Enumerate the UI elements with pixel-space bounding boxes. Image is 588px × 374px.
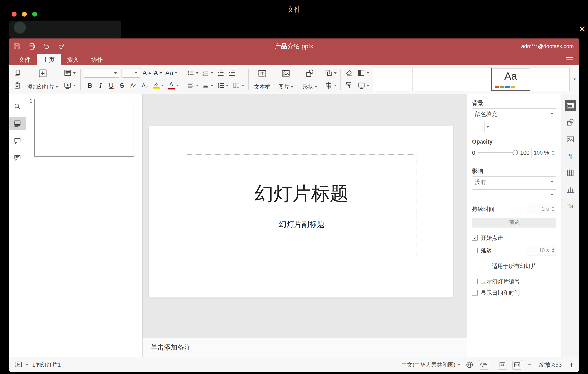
copy-style-button[interactable] [344, 80, 354, 90]
spin-up-icon[interactable] [552, 248, 555, 250]
notes-area[interactable]: 单击添加备注 [143, 338, 467, 357]
chart-settings-tab[interactable] [565, 184, 576, 195]
spin-up-icon[interactable] [552, 207, 555, 208]
effect-select[interactable]: 没有 [472, 176, 556, 187]
bullet-list-button[interactable] [186, 68, 200, 78]
decrease-font-button[interactable]: A [153, 68, 163, 78]
fullscreen-button[interactable] [32, 12, 37, 17]
undo-button[interactable] [42, 41, 51, 51]
tab-insert[interactable]: 插入 [61, 54, 85, 65]
language-selector[interactable]: 中文(中华人民共和国) [401, 361, 461, 368]
table-settings-tab[interactable] [565, 167, 576, 178]
insert-image-button[interactable]: 图片 [275, 67, 297, 92]
tab-collaboration[interactable]: 协作 [85, 54, 109, 65]
font-name-combobox[interactable] [84, 68, 119, 78]
shape-settings-tab[interactable] [565, 117, 576, 128]
fill-color-picker[interactable] [472, 122, 491, 132]
start-slideshow-status-button[interactable] [14, 361, 22, 369]
font-size-combobox[interactable] [122, 68, 140, 78]
spin-down-icon[interactable] [552, 154, 555, 155]
spin-down-icon[interactable] [552, 251, 555, 253]
insert-shape-button[interactable]: 形状 [299, 67, 321, 92]
spin-up-icon[interactable] [552, 151, 555, 152]
show-slide-number-checkbox[interactable] [472, 279, 478, 284]
zoom-out-button[interactable]: − [527, 360, 532, 369]
align-shapes-button[interactable] [324, 80, 338, 90]
minimize-button[interactable] [22, 12, 27, 17]
document-language-button[interactable] [466, 361, 474, 369]
slide-size-button[interactable] [356, 80, 370, 90]
zoom-in-button[interactable]: + [569, 360, 574, 369]
highlight-color-button[interactable] [151, 80, 165, 90]
superscript-button[interactable]: A² [128, 80, 138, 90]
slide-canvas[interactable]: 幻灯片标题 幻灯片副标题 [143, 94, 467, 338]
slides-panel-button[interactable] [9, 117, 26, 130]
insert-textbox-button[interactable]: 文本框 [252, 67, 273, 92]
fit-width-button[interactable] [513, 360, 522, 370]
duration-spinner[interactable]: 2 s [527, 204, 556, 214]
theme-gallery-expand-button[interactable] [571, 74, 579, 84]
search-panel-button[interactable] [9, 100, 26, 113]
close-overlay-button[interactable]: ✕ [577, 24, 588, 34]
title-placeholder[interactable]: 幻灯片标题 [187, 154, 416, 215]
slide[interactable]: 幻灯片标题 幻灯片副标题 [149, 126, 453, 297]
chat-panel-button[interactable] [9, 152, 26, 164]
theme-cell-5[interactable] [530, 68, 569, 91]
italic-button[interactable]: I [96, 80, 105, 90]
line-spacing-button[interactable] [215, 80, 230, 90]
start-on-click-row[interactable]: 开始点击 [472, 234, 556, 242]
hamburger-menu-button[interactable] [564, 54, 575, 65]
horizontal-align-button[interactable] [186, 80, 200, 90]
theme-cell-1[interactable] [373, 68, 413, 91]
show-date-time-row[interactable]: 显示日期和时间 [472, 289, 556, 297]
start-on-click-checkbox[interactable] [472, 235, 478, 241]
fit-slide-button[interactable] [498, 360, 507, 370]
slide-layout-button[interactable] [63, 68, 77, 78]
delay-checkbox[interactable] [472, 248, 478, 253]
close-button[interactable] [12, 12, 17, 17]
subscript-button[interactable]: A₂ [139, 80, 150, 90]
subtitle-placeholder[interactable]: 幻灯片副标题 [187, 216, 416, 258]
underline-button[interactable]: U [106, 80, 116, 90]
save-button[interactable] [12, 41, 22, 51]
tab-home[interactable]: 主页 [37, 54, 61, 65]
slide-thumbnail-1[interactable] [34, 99, 134, 157]
tab-file[interactable]: 文件 [12, 54, 37, 65]
delay-spinner[interactable]: 10 s [527, 245, 556, 255]
add-slide-button[interactable]: 添加幻灯片 [25, 67, 60, 92]
textart-settings-tab[interactable]: Ta [565, 200, 576, 212]
chevron-down-icon[interactable] [26, 364, 29, 365]
strikethrough-button[interactable]: S [117, 80, 127, 90]
comments-panel-button[interactable] [9, 135, 26, 147]
arrange-shapes-button[interactable] [324, 68, 338, 78]
start-slideshow-button[interactable] [63, 80, 77, 90]
apply-to-all-slides-button[interactable]: 适用于所有幻灯片 [472, 261, 556, 271]
vertical-align-button[interactable] [201, 80, 214, 90]
columns-button[interactable] [231, 80, 246, 90]
clear-style-button[interactable] [344, 68, 354, 78]
opacity-slider[interactable] [478, 152, 517, 153]
show-date-time-checkbox[interactable] [472, 290, 478, 296]
color-scheme-button[interactable] [356, 68, 370, 78]
show-slide-number-row[interactable]: 显示幻灯片编号 [472, 278, 556, 285]
theme-cell-3[interactable] [452, 68, 491, 91]
print-button[interactable] [27, 41, 37, 51]
opacity-slider-knob[interactable] [513, 150, 518, 155]
background-fill-select[interactable]: 颜色填充 [472, 109, 556, 119]
copy-button[interactable] [12, 68, 22, 78]
paragraph-settings-tab[interactable]: ¶ [565, 150, 576, 162]
change-case-button[interactable]: Aa [164, 68, 179, 78]
font-color-button[interactable]: A [166, 80, 180, 90]
slide-settings-tab[interactable] [565, 100, 576, 111]
paste-button[interactable] [12, 80, 22, 90]
bold-button[interactable]: B [85, 80, 95, 90]
theme-cell-selected[interactable]: Aa [491, 68, 530, 91]
spin-down-icon[interactable] [552, 210, 555, 211]
effect-type-select[interactable] [472, 189, 556, 200]
spellcheck-button[interactable]: ABC [479, 360, 488, 370]
increase-font-button[interactable]: A [142, 68, 152, 78]
image-settings-tab[interactable] [565, 134, 576, 145]
redo-button[interactable] [56, 41, 66, 51]
opacity-spinner[interactable]: 100 % [531, 148, 556, 158]
preview-button[interactable]: 预览 [472, 218, 556, 228]
